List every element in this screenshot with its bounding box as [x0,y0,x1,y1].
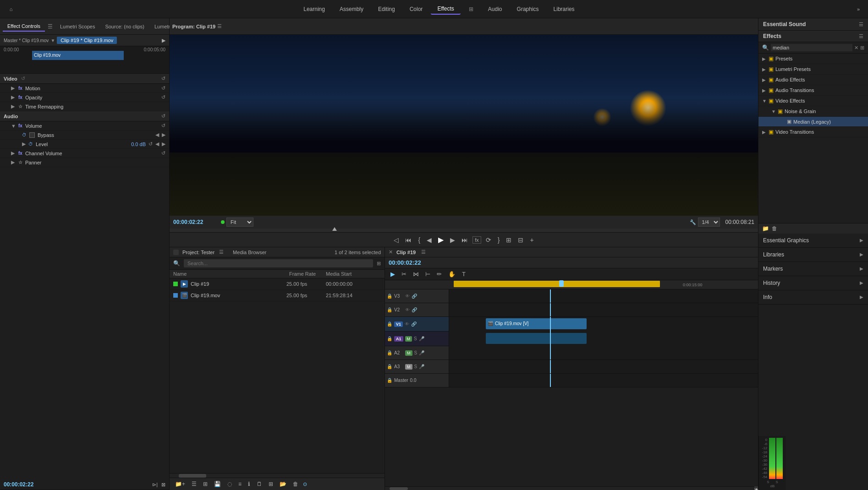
track-v2-lock[interactable]: 🔒 [387,307,392,312]
nav-item-learning[interactable]: Learning [297,4,331,14]
nav-item-assembly[interactable]: Assembly [333,4,370,14]
search-btn[interactable]: ⊞ [267,480,275,488]
track-v1-eye[interactable]: 👁 [405,321,409,327]
mark-in-btn[interactable]: { [416,235,422,245]
tl-razor-btn[interactable]: ✂ [400,270,408,278]
section-info[interactable]: Info ▶ [758,290,868,305]
track-v1-badge[interactable]: V1 [394,321,403,327]
new-bin-btn[interactable]: 📁+ [173,480,187,488]
bypass-stopwatch[interactable]: ⏱ [22,132,27,137]
tab-lumetri-scopes[interactable]: Lumetri Scopes [55,22,99,31]
track-a3-solo[interactable]: S [414,364,418,369]
track-a3-mute[interactable]: M [405,364,412,370]
bypass-checkbox[interactable] [29,132,35,138]
expand-icon[interactable]: ▼ [50,38,55,43]
wrench-icon[interactable]: 🔧 [690,219,696,225]
audio-effects-expand[interactable]: ▶ [762,77,767,82]
level-stopwatch[interactable]: ⏱ [28,142,33,147]
motion-reset[interactable]: ↺ [161,85,165,91]
track-v2-area[interactable] [449,303,758,316]
section-markers[interactable]: Markers ▶ [758,262,868,276]
tree-audio-effects[interactable]: ▶ ▣ Audio Effects [758,75,868,85]
overwrite-btn[interactable]: ⊟ [516,235,525,245]
project-menu[interactable]: ☰ [219,249,224,255]
timeline-yellow-bar[interactable] [454,281,660,287]
track-a3-mic[interactable]: 🎤 [419,364,424,369]
track-v2-link[interactable]: 🔗 [412,307,417,312]
fit-select[interactable]: Fit 25% 50% 100% [226,218,253,227]
motion-expand[interactable]: ▶ [11,85,16,91]
effects-new-folder[interactable]: 📁 [762,225,769,232]
track-a3-area[interactable] [449,360,758,373]
project-item-clip19[interactable]: ▶ Clip #19 25.00 fps 00:00:00:00 [170,278,385,290]
effects-delete[interactable]: 🗑 [772,225,777,232]
project-scrollbar[interactable] [170,473,385,478]
effect-channel-volume[interactable]: ▶ fx Channel Volume ↺ [0,149,169,158]
add-marker-btn[interactable]: + [528,235,535,245]
track-master-lock[interactable]: 🔒 [387,378,392,383]
timeline-link-btn[interactable]: ⊙ [303,481,307,487]
nav-item-grid[interactable]: ⊞ [462,4,480,14]
find-btn[interactable]: ≡ [236,480,243,488]
tl-text-btn[interactable]: T [460,270,467,278]
clip-name-btn[interactable]: Clip #19 * Clip #19.mov [57,37,117,44]
timeline-menu[interactable]: ☰ [421,249,426,255]
track-v1-area[interactable]: 🎬 Clip #19.mov [V] [449,317,758,332]
volume-reset[interactable]: ↺ [161,123,165,129]
track-a1-mic[interactable]: 🎤 [419,336,424,341]
section-history[interactable]: History ▶ [758,276,868,290]
channel-volume-reset[interactable]: ↺ [161,150,165,156]
nav-more-icon[interactable]: » [853,5,863,14]
tree-lumetri-presets[interactable]: ▶ ▣ Lumetri Presets [758,64,868,75]
video-reset-btn[interactable]: ↺ [161,76,165,82]
tree-video-transitions[interactable]: ▶ ▣ Video Transitions [758,127,868,137]
nav-item-editing[interactable]: Editing [372,4,401,14]
effects-search-clear[interactable]: ✕ [854,45,858,51]
track-a2-area[interactable] [449,346,758,359]
track-v1-lock[interactable]: 🔒 [387,321,392,327]
noise-grain-expand[interactable]: ▼ [771,109,776,114]
step-frame-fwd-btn[interactable]: ▶ [448,235,457,245]
play-out-btn[interactable]: ⊳| [152,482,158,488]
nav-item-graphics[interactable]: Graphics [511,4,545,14]
track-v3-lock[interactable]: 🔒 [387,294,392,299]
tree-noise-grain[interactable]: ▼ ▣ Noise & Grain [758,106,868,117]
track-a2-mic[interactable]: 🎤 [419,350,424,355]
track-master-area[interactable] [449,374,758,387]
section-libraries[interactable]: Libraries ▶ [758,248,868,262]
timeline-hscrollbar[interactable]: ⏮ [385,486,758,490]
timeline-mini-clip[interactable]: Clip #19.mov [32,51,124,60]
export-btn[interactable]: ⊠ [161,482,165,488]
tab-effect-controls[interactable]: Effect Controls [3,22,45,32]
level-value[interactable]: 0.0 dB [131,142,146,147]
level-left-arrow[interactable]: ◀ [155,141,159,147]
insert-btn[interactable]: ⊞ [504,235,513,245]
track-a1-lock[interactable]: 🔒 [387,336,392,341]
track-a1-mute[interactable]: M [405,336,412,342]
audio-reset-btn[interactable]: ↺ [161,113,165,119]
effect-motion[interactable]: ▶ fx Motion ↺ [0,84,169,93]
tl-select-btn[interactable]: ▶ [389,270,397,278]
track-v3-link[interactable]: 🔗 [412,294,417,299]
program-menu[interactable]: ☰ [217,23,222,29]
media-browser-tab[interactable]: Media Browser [233,250,266,255]
track-a1-clip[interactable] [486,333,587,344]
play-pause-btn[interactable]: ▶ [436,234,445,245]
track-v3-area[interactable] [449,289,758,303]
track-v1-link[interactable]: 🔗 [411,321,417,327]
timeline-hscrollbar-thumb[interactable] [390,487,408,490]
track-a1-badge[interactable]: A1 [394,336,403,342]
channel-volume-expand[interactable]: ▶ [11,150,16,156]
home-icon[interactable]: ⌂ [5,3,17,16]
track-a2-mute[interactable]: M [405,350,412,356]
track-a1-solo[interactable]: S [414,336,417,341]
step-fwd-btn[interactable]: ⏭ [460,235,470,245]
nav-item-libraries[interactable]: Libraries [547,4,581,14]
shuttle-btn[interactable]: ◁ [392,235,401,245]
automate-btn[interactable]: ◌ [225,480,234,488]
track-v3-eye[interactable]: 👁 [405,294,410,299]
quality-select[interactable]: 1/4 1/2 Full [698,218,720,227]
level-reset[interactable]: ↺ [148,141,153,147]
opacity-reset[interactable]: ↺ [161,94,165,100]
tl-track-select-btn[interactable]: ⊢ [423,270,432,278]
